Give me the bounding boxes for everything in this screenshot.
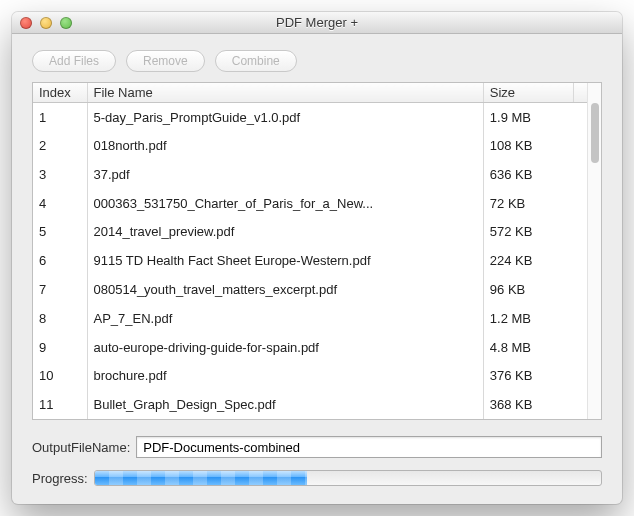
cell-index: 4 <box>33 189 87 218</box>
window-title: PDF Merger + <box>12 15 622 30</box>
cell-size: 376 KB <box>483 361 573 390</box>
cell-index: 6 <box>33 246 87 275</box>
cell-size: 108 KB <box>483 131 573 160</box>
cell-size: 72 KB <box>483 189 573 218</box>
cell-size: 368 KB <box>483 390 573 419</box>
table-row[interactable]: 15-day_Paris_PromptGuide_v1.0.pdf1.9 MB <box>33 103 587 132</box>
footer: OutputFileName: Progress: <box>32 436 602 486</box>
cell-size: 1.9 MB <box>483 103 573 132</box>
cell-index: 3 <box>33 160 87 189</box>
progress-bar <box>94 470 602 486</box>
file-table-container: Index File Name Size 15-day_Paris_Prompt… <box>32 82 602 420</box>
table-row[interactable]: 9auto-europe-driving-guide-for-spain.pdf… <box>33 333 587 362</box>
cell-file-name: 37.pdf <box>87 160 483 189</box>
add-files-button[interactable]: Add Files <box>32 50 116 72</box>
column-header-size[interactable]: Size <box>483 83 573 103</box>
table-row[interactable]: 11Bullet_Graph_Design_Spec.pdf368 KB <box>33 390 587 419</box>
cell-file-name: 000363_531750_Charter_of_Paris_for_a_New… <box>87 189 483 218</box>
column-header-index[interactable]: Index <box>33 83 87 103</box>
cell-size: 4.8 MB <box>483 333 573 362</box>
table-row[interactable]: 10brochure.pdf376 KB <box>33 361 587 390</box>
cell-file-name: AP_7_EN.pdf <box>87 304 483 333</box>
progress-label: Progress: <box>32 471 88 486</box>
titlebar[interactable]: PDF Merger + <box>12 12 622 34</box>
toolbar: Add Files Remove Combine <box>32 50 602 72</box>
table-row[interactable]: 69115 TD Health Fact Sheet Europe-Wester… <box>33 246 587 275</box>
table-row[interactable]: 8AP_7_EN.pdf1.2 MB <box>33 304 587 333</box>
cell-file-name: auto-europe-driving-guide-for-spain.pdf <box>87 333 483 362</box>
cell-index: 9 <box>33 333 87 362</box>
table-row[interactable]: 2018north.pdf108 KB <box>33 131 587 160</box>
cell-file-name: 018north.pdf <box>87 131 483 160</box>
app-window: PDF Merger + Add Files Remove Combine In… <box>12 12 622 504</box>
table-row[interactable]: 7080514_youth_travel_matters_excerpt.pdf… <box>33 275 587 304</box>
zoom-icon[interactable] <box>60 17 72 29</box>
cell-file-name: 5-day_Paris_PromptGuide_v1.0.pdf <box>87 103 483 132</box>
scrollbar-vertical[interactable] <box>587 83 601 419</box>
cell-file-name: 080514_youth_travel_matters_excerpt.pdf <box>87 275 483 304</box>
minimize-icon[interactable] <box>40 17 52 29</box>
cell-size: 96 KB <box>483 275 573 304</box>
cell-index: 5 <box>33 218 87 247</box>
close-icon[interactable] <box>20 17 32 29</box>
cell-file-name: brochure.pdf <box>87 361 483 390</box>
output-file-name-input[interactable] <box>136 436 602 458</box>
cell-file-name: 9115 TD Health Fact Sheet Europe-Western… <box>87 246 483 275</box>
cell-size: 572 KB <box>483 218 573 247</box>
table-row[interactable]: 4000363_531750_Charter_of_Paris_for_a_Ne… <box>33 189 587 218</box>
table-row[interactable]: 337.pdf636 KB <box>33 160 587 189</box>
scrollbar-thumb[interactable] <box>591 103 599 163</box>
traffic-lights <box>12 12 72 33</box>
content-area: Add Files Remove Combine Index File Name… <box>12 34 622 504</box>
cell-index: 2 <box>33 131 87 160</box>
combine-button[interactable]: Combine <box>215 50 297 72</box>
cell-index: 11 <box>33 390 87 419</box>
remove-button[interactable]: Remove <box>126 50 205 72</box>
column-header-file-name[interactable]: File Name <box>87 83 483 103</box>
column-header-corner <box>573 83 587 103</box>
table-row[interactable]: 52014_travel_preview.pdf572 KB <box>33 218 587 247</box>
cell-file-name: 2014_travel_preview.pdf <box>87 218 483 247</box>
file-table[interactable]: Index File Name Size 15-day_Paris_Prompt… <box>33 83 587 419</box>
cell-size: 224 KB <box>483 246 573 275</box>
cell-index: 7 <box>33 275 87 304</box>
output-file-name-label: OutputFileName: <box>32 440 130 455</box>
progress-fill <box>95 471 308 485</box>
cell-file-name: Bullet_Graph_Design_Spec.pdf <box>87 390 483 419</box>
cell-index: 1 <box>33 103 87 132</box>
cell-size: 636 KB <box>483 160 573 189</box>
cell-size: 1.2 MB <box>483 304 573 333</box>
cell-index: 10 <box>33 361 87 390</box>
cell-index: 8 <box>33 304 87 333</box>
